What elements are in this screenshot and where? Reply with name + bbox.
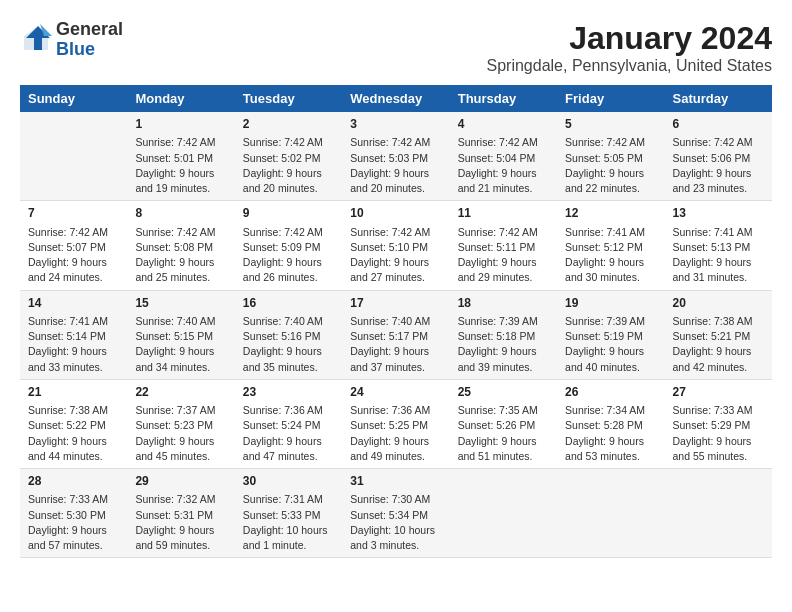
day-number: 4 (458, 116, 549, 133)
day-info: and 40 minutes. (565, 360, 656, 375)
day-number: 11 (458, 205, 549, 222)
day-info: and 20 minutes. (243, 181, 334, 196)
day-number: 24 (350, 384, 441, 401)
day-info: Sunset: 5:30 PM (28, 508, 119, 523)
day-info: Sunset: 5:05 PM (565, 151, 656, 166)
day-info: and 37 minutes. (350, 360, 441, 375)
day-info: and 22 minutes. (565, 181, 656, 196)
day-info: and 42 minutes. (673, 360, 764, 375)
header-cell-friday: Friday (557, 85, 664, 112)
day-info: Sunrise: 7:40 AM (243, 314, 334, 329)
day-cell: 26Sunrise: 7:34 AMSunset: 5:28 PMDayligh… (557, 379, 664, 468)
calendar-body: 1Sunrise: 7:42 AMSunset: 5:01 PMDaylight… (20, 112, 772, 558)
day-info: Sunrise: 7:42 AM (458, 135, 549, 150)
day-number: 27 (673, 384, 764, 401)
day-info: Sunset: 5:13 PM (673, 240, 764, 255)
day-info: Daylight: 9 hours (565, 255, 656, 270)
day-info: Sunset: 5:31 PM (135, 508, 226, 523)
day-info: Sunset: 5:28 PM (565, 418, 656, 433)
day-cell: 25Sunrise: 7:35 AMSunset: 5:26 PMDayligh… (450, 379, 557, 468)
day-cell (557, 469, 664, 558)
day-info: and 3 minutes. (350, 538, 441, 553)
day-cell: 28Sunrise: 7:33 AMSunset: 5:30 PMDayligh… (20, 469, 127, 558)
day-info: Sunset: 5:21 PM (673, 329, 764, 344)
day-info: Daylight: 9 hours (673, 344, 764, 359)
day-info: and 35 minutes. (243, 360, 334, 375)
day-info: Sunrise: 7:42 AM (458, 225, 549, 240)
day-info: and 57 minutes. (28, 538, 119, 553)
day-info: Daylight: 9 hours (458, 255, 549, 270)
day-info: Daylight: 9 hours (135, 255, 226, 270)
day-number: 30 (243, 473, 334, 490)
day-info: Sunrise: 7:32 AM (135, 492, 226, 507)
day-info: and 19 minutes. (135, 181, 226, 196)
day-info: and 25 minutes. (135, 270, 226, 285)
day-info: Sunset: 5:18 PM (458, 329, 549, 344)
day-cell: 11Sunrise: 7:42 AMSunset: 5:11 PMDayligh… (450, 201, 557, 290)
day-info: Sunset: 5:34 PM (350, 508, 441, 523)
day-number: 7 (28, 205, 119, 222)
day-info: Daylight: 9 hours (135, 434, 226, 449)
day-info: Daylight: 9 hours (673, 255, 764, 270)
logo-text: General Blue (56, 20, 123, 60)
day-number: 22 (135, 384, 226, 401)
day-cell: 23Sunrise: 7:36 AMSunset: 5:24 PMDayligh… (235, 379, 342, 468)
day-info: Daylight: 9 hours (243, 255, 334, 270)
header-cell-sunday: Sunday (20, 85, 127, 112)
day-number: 19 (565, 295, 656, 312)
day-cell: 10Sunrise: 7:42 AMSunset: 5:10 PMDayligh… (342, 201, 449, 290)
day-info: Sunset: 5:09 PM (243, 240, 334, 255)
day-info: Daylight: 9 hours (135, 523, 226, 538)
day-cell: 15Sunrise: 7:40 AMSunset: 5:15 PMDayligh… (127, 290, 234, 379)
day-info: Daylight: 9 hours (565, 166, 656, 181)
day-number: 17 (350, 295, 441, 312)
day-info: Sunrise: 7:33 AM (673, 403, 764, 418)
day-info: Daylight: 9 hours (28, 434, 119, 449)
day-cell: 12Sunrise: 7:41 AMSunset: 5:12 PMDayligh… (557, 201, 664, 290)
day-info: Daylight: 9 hours (673, 166, 764, 181)
header-cell-saturday: Saturday (665, 85, 772, 112)
day-info: Sunset: 5:07 PM (28, 240, 119, 255)
day-info: and 27 minutes. (350, 270, 441, 285)
location: Springdale, Pennsylvania, United States (486, 57, 772, 75)
day-cell: 2Sunrise: 7:42 AMSunset: 5:02 PMDaylight… (235, 112, 342, 201)
day-number: 6 (673, 116, 764, 133)
day-number: 28 (28, 473, 119, 490)
day-number: 12 (565, 205, 656, 222)
day-info: Sunrise: 7:42 AM (135, 135, 226, 150)
day-info: Sunset: 5:25 PM (350, 418, 441, 433)
week-row-3: 14Sunrise: 7:41 AMSunset: 5:14 PMDayligh… (20, 290, 772, 379)
day-info: Sunrise: 7:34 AM (565, 403, 656, 418)
day-info: and 39 minutes. (458, 360, 549, 375)
day-info: Sunset: 5:10 PM (350, 240, 441, 255)
day-cell: 8Sunrise: 7:42 AMSunset: 5:08 PMDaylight… (127, 201, 234, 290)
day-cell: 5Sunrise: 7:42 AMSunset: 5:05 PMDaylight… (557, 112, 664, 201)
day-info: Sunrise: 7:30 AM (350, 492, 441, 507)
calendar-header: SundayMondayTuesdayWednesdayThursdayFrid… (20, 85, 772, 112)
day-info: Daylight: 9 hours (565, 344, 656, 359)
day-cell: 6Sunrise: 7:42 AMSunset: 5:06 PMDaylight… (665, 112, 772, 201)
day-info: and 33 minutes. (28, 360, 119, 375)
day-info: and 45 minutes. (135, 449, 226, 464)
day-info: Sunrise: 7:39 AM (565, 314, 656, 329)
day-cell: 30Sunrise: 7:31 AMSunset: 5:33 PMDayligh… (235, 469, 342, 558)
day-cell (20, 112, 127, 201)
day-info: Daylight: 9 hours (135, 344, 226, 359)
day-info: Daylight: 9 hours (458, 434, 549, 449)
header-cell-thursday: Thursday (450, 85, 557, 112)
day-info: Sunrise: 7:33 AM (28, 492, 119, 507)
day-cell: 29Sunrise: 7:32 AMSunset: 5:31 PMDayligh… (127, 469, 234, 558)
day-info: Daylight: 9 hours (243, 434, 334, 449)
day-info: Sunset: 5:06 PM (673, 151, 764, 166)
day-cell: 21Sunrise: 7:38 AMSunset: 5:22 PMDayligh… (20, 379, 127, 468)
day-info: Sunrise: 7:42 AM (243, 225, 334, 240)
day-info: and 55 minutes. (673, 449, 764, 464)
day-info: Sunset: 5:08 PM (135, 240, 226, 255)
day-info: Daylight: 10 hours (350, 523, 441, 538)
day-cell: 20Sunrise: 7:38 AMSunset: 5:21 PMDayligh… (665, 290, 772, 379)
logo-icon (20, 24, 52, 56)
day-cell: 19Sunrise: 7:39 AMSunset: 5:19 PMDayligh… (557, 290, 664, 379)
day-info: and 1 minute. (243, 538, 334, 553)
day-cell: 18Sunrise: 7:39 AMSunset: 5:18 PMDayligh… (450, 290, 557, 379)
day-info: Sunrise: 7:42 AM (28, 225, 119, 240)
